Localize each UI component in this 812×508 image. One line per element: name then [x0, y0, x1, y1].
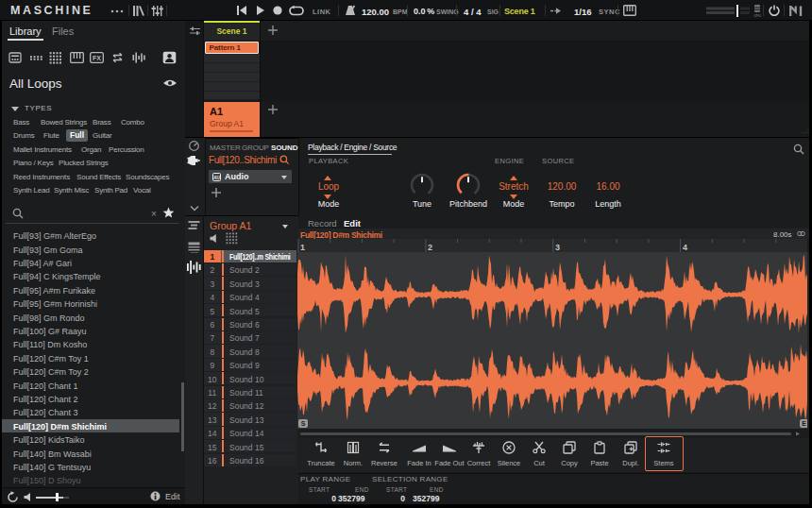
svg-text:CPU: CPU — [753, 14, 761, 17]
svg-text:AU: AU — [213, 175, 220, 179]
svg-text:FX: FX — [93, 55, 101, 61]
